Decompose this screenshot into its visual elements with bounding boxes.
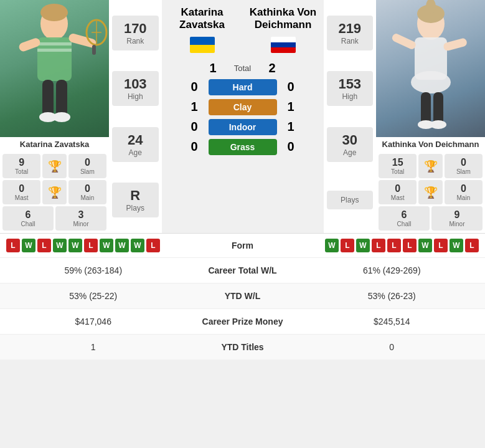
- form-badge-l: L: [372, 239, 385, 252]
- form-badge-l: L: [387, 239, 401, 252]
- indoor-score-right: 1: [283, 120, 299, 134]
- right-total-label: Total: [380, 168, 415, 175]
- right-total-stat: 15 Total: [379, 154, 417, 178]
- form-badge-w: W: [22, 239, 35, 252]
- right-player-name-top: Kathinka Von Deichmann: [243, 6, 324, 32]
- form-badge-w: W: [115, 239, 129, 252]
- right-mast-stat: 0 Mast: [379, 180, 417, 204]
- left-inner-stats: 170 Rank 103 High 24 Age R Plays: [109, 0, 162, 233]
- left-minor-value: 3: [57, 209, 105, 221]
- form-row: LWLWWLWWWL Form WLWLLLWLWL: [0, 233, 485, 257]
- grass-score-left: 0: [187, 140, 202, 154]
- right-minor-value: 9: [433, 209, 481, 221]
- ytd-wl-row: 53% (25-22) YTD W/L 53% (26-23): [0, 283, 485, 308]
- career-wl-left: 59% (263-184): [6, 265, 181, 275]
- form-badge-l: L: [465, 239, 479, 252]
- right-trophy-icon: 🏆: [418, 154, 442, 178]
- left-slam-stat: 0 Slam: [68, 154, 106, 178]
- left-player-name-under: Katarina Zavatska: [0, 137, 109, 151]
- right-plays-label: Plays: [329, 196, 371, 204]
- svg-rect-21: [433, 92, 443, 125]
- hard-score-row: 0 Hard 0: [162, 79, 324, 95]
- total-score-right: 2: [265, 61, 280, 75]
- left-player-name-top: Katarina Zavatska: [162, 6, 243, 32]
- career-wl-row: 59% (263-184) Career Total W/L 61% (429-…: [0, 257, 485, 283]
- left-slam-label: Slam: [70, 168, 105, 175]
- left-total-stat: 9 Total: [2, 154, 40, 178]
- career-wl-label: Career Total W/L: [181, 265, 305, 275]
- left-total-label: Total: [4, 168, 39, 175]
- left-plays-value: R: [115, 188, 156, 204]
- right-form-badges: WLWLLLWLWL: [325, 239, 479, 252]
- right-player-name-under: Kathinka Von Deichmann: [376, 137, 485, 151]
- left-total-value: 9: [4, 157, 39, 168]
- right-photo-bg: [376, 0, 485, 137]
- left-trophy-icon: 🏆: [42, 154, 66, 178]
- left-plays-box: R Plays: [112, 183, 159, 217]
- prize-right: $245,514: [305, 317, 479, 326]
- total-score-left: 1: [205, 61, 221, 75]
- indoor-score-row: 0 Indoor 1: [162, 119, 324, 135]
- svg-rect-19: [443, 37, 468, 51]
- right-player-svg: [376, 0, 485, 137]
- left-rank-label: Rank: [115, 37, 156, 45]
- left-chall-stat: 6 Chall: [2, 206, 54, 231]
- right-mast-label: Mast: [380, 194, 415, 201]
- right-flag: [271, 37, 296, 53]
- right-high-label: High: [329, 92, 371, 101]
- form-badge-w: W: [450, 239, 463, 252]
- left-high-box: 103 High: [112, 71, 159, 106]
- left-mast-value: 0: [4, 183, 39, 194]
- svg-rect-9: [92, 45, 96, 55]
- right-age-label: Age: [329, 148, 371, 157]
- career-wl-right: 61% (429-269): [305, 265, 479, 275]
- right-slam-value: 0: [446, 157, 481, 168]
- right-sub-stats: 15 Total 🏆 0 Slam 0 Mast: [376, 151, 485, 233]
- form-badge-w: W: [53, 239, 67, 252]
- flags-row: [162, 34, 324, 55]
- top-section: Katarina Zavatska 9 Total 🏆 0 Slam: [0, 0, 485, 233]
- right-chall-label: Chall: [380, 221, 428, 227]
- indoor-score-left: 0: [187, 120, 202, 134]
- left-slam-value: 0: [70, 157, 105, 168]
- ytd-titles-label: YTD Titles: [181, 342, 305, 352]
- form-badge-w: W: [356, 239, 370, 252]
- svg-rect-3: [37, 49, 72, 52]
- right-main-stat: 0 Main: [445, 180, 483, 204]
- left-age-box: 24 Age: [112, 127, 159, 162]
- ytd-wl-left: 53% (25-22): [6, 291, 181, 301]
- right-age-box: 30 Age: [327, 127, 374, 162]
- svg-rect-18: [391, 32, 417, 50]
- left-high-label: High: [115, 92, 156, 101]
- form-badge-l: L: [37, 239, 51, 252]
- svg-rect-2: [37, 42, 72, 45]
- svg-rect-10: [42, 80, 54, 117]
- right-chall-value: 6: [380, 209, 428, 221]
- left-player-photo: [0, 0, 109, 137]
- form-badge-l: L: [403, 239, 417, 252]
- hard-score-left: 0: [187, 80, 202, 94]
- right-rank-label: Rank: [329, 37, 371, 45]
- left-minor-label: Minor: [57, 221, 105, 227]
- svg-rect-20: [421, 92, 431, 125]
- total-score-row: 1 Total 2: [162, 61, 324, 75]
- right-minor-stat: 9 Minor: [431, 206, 483, 231]
- clay-court-tag: Clay: [209, 99, 277, 115]
- grass-court-tag: Grass: [209, 139, 277, 155]
- right-total-value: 15: [380, 157, 415, 168]
- prize-label: Career Prize Money: [181, 317, 305, 326]
- ytd-titles-right: 0: [305, 342, 479, 352]
- left-high-value: 103: [115, 76, 156, 92]
- form-badge-l: L: [341, 239, 354, 252]
- left-minor-stat: 3 Minor: [55, 206, 106, 231]
- grass-score-row: 0 Grass 0: [162, 139, 324, 155]
- form-badge-w: W: [100, 239, 113, 252]
- left-main-value: 0: [70, 183, 105, 194]
- right-main-value: 0: [446, 183, 481, 194]
- svg-point-17: [411, 71, 451, 93]
- right-minor-label: Minor: [433, 221, 481, 227]
- clay-score-right: 1: [283, 100, 299, 114]
- left-player-block: Katarina Zavatska 9 Total 🏆 0 Slam: [0, 0, 109, 233]
- right-plays-box: Plays: [327, 191, 374, 209]
- right-rank-value: 219: [329, 21, 371, 37]
